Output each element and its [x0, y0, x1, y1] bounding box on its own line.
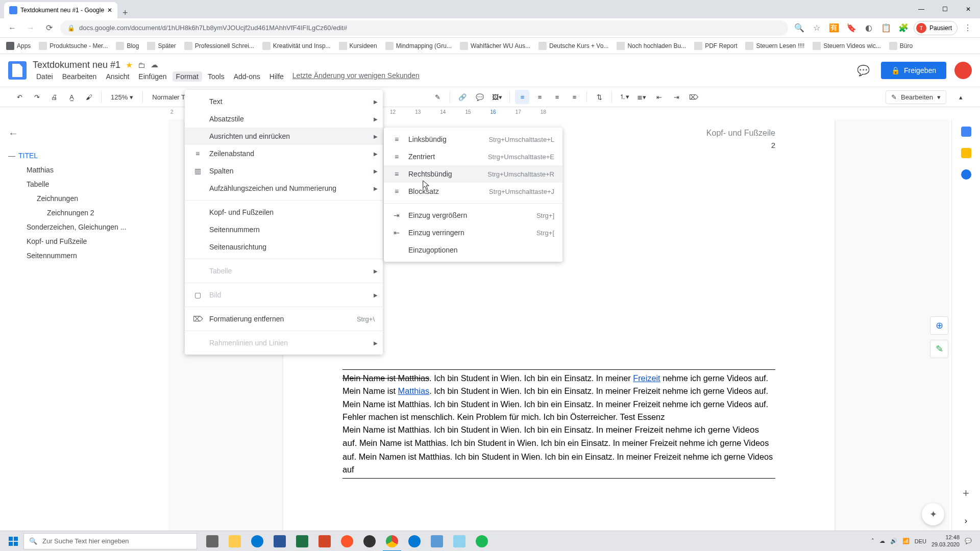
outline-item[interactable]: TITEL [8, 148, 151, 163]
notepad-button[interactable] [448, 531, 471, 552]
close-tab-icon[interactable]: ✕ [107, 7, 112, 14]
outline-item[interactable]: Zeichnungen [8, 191, 151, 206]
format-menu-item[interactable]: Kopf- und Fußzeilen [185, 204, 383, 221]
align-menu-item[interactable]: ⇤Einzug verringernStrg+[ [384, 224, 562, 241]
bookmark-item[interactable]: Kursideen [339, 42, 377, 50]
docs-logo-icon[interactable] [8, 61, 27, 80]
new-tab-button[interactable]: + [117, 8, 133, 18]
forward-button[interactable]: → [23, 21, 38, 35]
collapse-toolbar-button[interactable]: ▴ [953, 90, 968, 104]
share-button[interactable]: 🔒 Freigeben [881, 62, 946, 79]
spellcheck-button[interactable]: A̲ [64, 90, 79, 104]
url-field[interactable]: 🔒 docs.google.com/document/d/1hUH8k6h7Lb… [60, 20, 788, 36]
extensions-puzzle-icon[interactable]: 🧩 [896, 21, 911, 35]
undo-button[interactable]: ↶ [12, 90, 27, 104]
outline-item[interactable]: Tabelle [8, 177, 151, 191]
bookmark-item[interactable]: Steuern Videos wic... [813, 42, 881, 50]
align-justify-button[interactable]: ≡ [567, 90, 581, 104]
link-button[interactable]: 🔗 [455, 90, 470, 104]
explore-button[interactable]: ✦ [922, 503, 944, 525]
bookmark-item[interactable]: Kreativität und Insp... [262, 42, 331, 50]
get-addons-button[interactable]: + [963, 487, 969, 500]
edge-button[interactable] [246, 531, 268, 552]
edge2-button[interactable] [403, 531, 426, 552]
chrome-button[interactable] [381, 531, 403, 552]
comments-button[interactable]: 💬 [854, 61, 873, 80]
menu-dots-icon[interactable]: ⋮ [961, 21, 975, 35]
brave-button[interactable] [336, 531, 358, 552]
redo-button[interactable]: ↷ [30, 90, 44, 104]
zoom-icon[interactable]: 🔍 [792, 21, 806, 35]
align-menu-item[interactable]: Einzugoptionen [384, 241, 562, 259]
reload-button[interactable]: ⟳ [42, 21, 56, 35]
taskbar-search[interactable]: 🔍 Zur Suche Text hier eingeben [23, 533, 197, 549]
numbered-list-button[interactable]: ⒈▾ [617, 90, 631, 104]
bookmark-item[interactable]: Professionell Schrei... [184, 42, 254, 50]
extension-icon[interactable]: 🔖 [844, 21, 859, 35]
last-edit-link[interactable]: Letzte Änderung vor wenigen Sekunden [292, 71, 420, 82]
document-text[interactable]: Mein Name ist Matthias. Ich bin Student … [342, 372, 775, 476]
tasks-icon[interactable] [961, 169, 971, 180]
obs-button[interactable] [358, 531, 381, 552]
star-icon[interactable]: ★ [126, 60, 133, 70]
language-indicator[interactable]: DEU [915, 538, 926, 544]
edit-mode-select[interactable]: ✎ Bearbeiten ▾ [886, 90, 946, 104]
apps-bookmark[interactable]: Apps [6, 42, 31, 50]
menu-datei[interactable]: Datei [33, 71, 57, 82]
format-menu-item[interactable]: Absatzstile▶ [185, 110, 383, 128]
zoom-select[interactable]: 125%▾ [107, 91, 137, 103]
align-menu-item[interactable]: ≡BlocksatzStrg+Umschalttaste+J [384, 183, 562, 200]
align-menu-item[interactable]: ≡LinksbündigStrg+Umschalttaste+L [384, 131, 562, 148]
format-menu-item[interactable]: ⌦Formatierung entfernenStrg+\ [185, 310, 383, 328]
bookmark-item[interactable]: Deutsche Kurs + Vo... [538, 42, 608, 50]
user-avatar[interactable] [954, 62, 972, 79]
extension-icon[interactable]: 📋 [879, 21, 893, 35]
menu-einfuegen[interactable]: Einfügen [135, 71, 170, 82]
bookmark-item[interactable]: Produktsuche - Mer... [39, 42, 108, 50]
star-bookmark-icon[interactable]: ☆ [810, 21, 824, 35]
bookmark-item[interactable]: PDF Report [694, 42, 737, 50]
keep-icon[interactable] [961, 148, 971, 158]
align-right-button[interactable]: ≡ [550, 90, 564, 104]
clear-format-button[interactable]: ⌦ [687, 90, 701, 104]
extension-icon[interactable]: ◐ [862, 21, 876, 35]
start-button[interactable] [3, 531, 23, 552]
bookmark-item[interactable]: Wahlfächer WU Aus... [460, 42, 530, 50]
format-menu-item[interactable]: ▥Spalten▶ [185, 162, 383, 180]
outline-item[interactable]: Sonderzeichen, Gleichungen ... [8, 220, 151, 234]
print-button[interactable]: 🖨 [47, 90, 61, 104]
outline-collapse-button[interactable]: ← [8, 128, 151, 139]
notifications-icon[interactable]: 💬 [965, 538, 972, 544]
move-folder-icon[interactable]: 🗀 [138, 61, 145, 69]
translate-icon[interactable]: 🈶 [827, 21, 841, 35]
tray-chevron-icon[interactable]: ˄ [871, 538, 874, 544]
format-menu-item[interactable]: Seitenausrichtung [185, 238, 383, 256]
align-menu-item[interactable]: ≡RechtsbündigStrg+Umschalttaste+R [384, 165, 562, 183]
maximize-button[interactable]: ☐ [933, 0, 957, 18]
outline-item[interactable]: Seitennummern [8, 248, 151, 263]
minimize-button[interactable]: — [910, 0, 933, 18]
task-view-button[interactable] [201, 531, 224, 552]
align-center-button[interactable]: ≡ [532, 90, 547, 104]
calendar-icon[interactable] [961, 127, 971, 137]
hide-sidepanel-button[interactable]: › [965, 516, 967, 525]
explorer-button[interactable] [224, 531, 246, 552]
align-left-button[interactable]: ≡ [515, 90, 529, 104]
outline-item[interactable]: Matthias [8, 163, 151, 177]
back-button[interactable]: ← [5, 21, 19, 35]
bookmark-item[interactable]: Mindmapping (Gru... [385, 42, 452, 50]
word-button[interactable] [268, 531, 291, 552]
bookmark-item[interactable]: Blog [116, 42, 139, 50]
clock[interactable]: 12:48 29.03.2020 [932, 534, 960, 547]
align-menu-item[interactable]: ≡ZentriertStrg+Umschalttaste+E [384, 148, 562, 165]
browser-tab[interactable]: Textdokument neu #1 - Google ✕ [4, 2, 117, 18]
format-menu-item[interactable]: Text▶ [185, 93, 383, 110]
decrease-indent-button[interactable]: ⇤ [652, 90, 666, 104]
highlight-button[interactable]: ✎ [430, 90, 445, 104]
format-menu-item[interactable]: Seitennummern [185, 221, 383, 238]
spotify-button[interactable] [471, 531, 493, 552]
line-spacing-button[interactable]: ⇅ [592, 90, 606, 104]
menu-ansicht[interactable]: Ansicht [102, 71, 133, 82]
close-window-button[interactable]: ✕ [957, 0, 980, 18]
bookmark-item[interactable]: Steuern Lesen !!!! [745, 42, 804, 50]
